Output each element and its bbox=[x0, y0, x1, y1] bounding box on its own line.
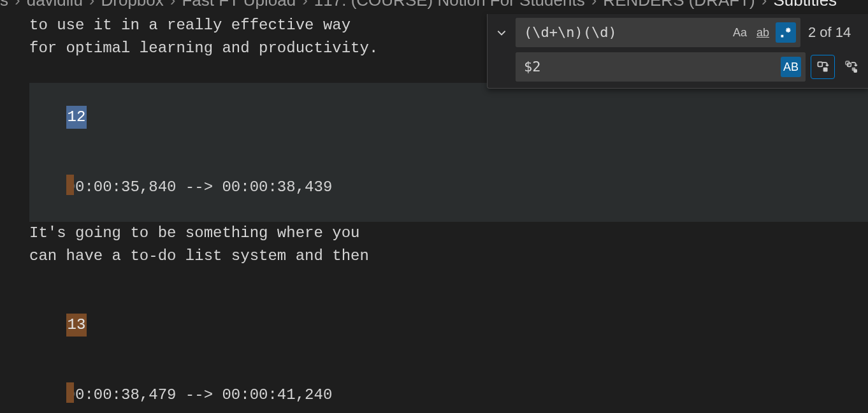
breadcrumb-item[interactable]: s bbox=[0, 0, 8, 11]
replace-one-icon bbox=[816, 60, 830, 74]
match-edge bbox=[66, 175, 74, 195]
svg-rect-1 bbox=[818, 62, 822, 66]
chevron-right-icon: › bbox=[762, 0, 767, 11]
breadcrumb-item[interactable]: davidliu bbox=[27, 0, 83, 11]
replace-all-button[interactable] bbox=[840, 55, 863, 78]
chevron-right-icon: › bbox=[15, 0, 20, 11]
chevron-right-icon: › bbox=[591, 0, 597, 11]
subtitle-text: can have a to-do list system and then bbox=[29, 245, 868, 268]
match-highlight: 13 bbox=[66, 314, 87, 337]
breadcrumb[interactable]: s › davidliu › Dropbox › Fast FT Upload … bbox=[0, 0, 868, 14]
svg-rect-2 bbox=[823, 68, 828, 72]
subtitle-text: It's going to be something where you bbox=[29, 222, 868, 245]
breadcrumb-item[interactable]: 117. (COURSE) Notion For Students bbox=[314, 0, 585, 11]
regex-toggle[interactable] bbox=[776, 22, 796, 43]
replace-input-value: $2 bbox=[524, 55, 778, 78]
match-case-toggle[interactable]: Aa bbox=[730, 22, 750, 43]
svg-rect-0 bbox=[781, 35, 784, 38]
breadcrumb-item[interactable]: Dropbox bbox=[101, 0, 164, 11]
find-replace-panel: (\d+\n)(\d) Aa ab 2 of 14 $2 AB bbox=[487, 14, 868, 89]
chevron-right-icon: › bbox=[302, 0, 308, 11]
replace-all-icon bbox=[844, 60, 858, 74]
chevron-down-icon bbox=[496, 27, 507, 38]
svg-rect-6 bbox=[853, 69, 857, 73]
match-edge bbox=[66, 382, 74, 403]
breadcrumb-item[interactable]: RENDERS (DRAFT) bbox=[603, 0, 755, 11]
subtitle-number: 12 bbox=[29, 83, 868, 152]
regex-icon bbox=[779, 26, 792, 39]
preserve-case-toggle[interactable]: AB bbox=[781, 57, 801, 77]
chevron-right-icon: › bbox=[170, 0, 176, 11]
whole-word-toggle[interactable]: ab bbox=[753, 22, 773, 43]
subtitle-timecode: 00:00:38,479 --> 00:00:41,240 bbox=[29, 359, 868, 413]
expander-spacer bbox=[493, 53, 510, 81]
replace-input[interactable]: $2 AB bbox=[516, 52, 806, 82]
subtitle-number: 13 bbox=[29, 291, 868, 359]
subtitle-timecode: 00:00:35,840 --> 00:00:38,439 bbox=[29, 152, 868, 222]
match-highlight-selected: 12 bbox=[66, 106, 87, 129]
search-input[interactable]: (\d+\n)(\d) Aa ab bbox=[516, 18, 800, 47]
search-input-value: (\d+\n)(\d) bbox=[524, 21, 727, 44]
toggle-replace-expander[interactable] bbox=[493, 18, 510, 47]
chevron-right-icon: › bbox=[89, 0, 95, 11]
replace-one-button[interactable] bbox=[811, 55, 835, 79]
results-count: 2 of 14 bbox=[806, 21, 863, 44]
blank-line bbox=[29, 268, 868, 291]
breadcrumb-item[interactable]: Fast FT Upload bbox=[182, 0, 296, 11]
breadcrumb-item[interactable]: Subtitles bbox=[773, 0, 837, 11]
